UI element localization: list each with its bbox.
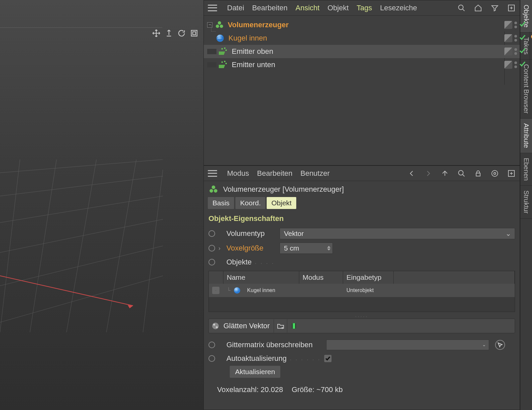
add-panel-icon[interactable] bbox=[507, 4, 516, 12]
object-tree[interactable]: − Volumenerzeuger Kugel innen bbox=[204, 16, 520, 71]
prop-objekte: Objekte . . . . bbox=[204, 256, 520, 269]
record-icon[interactable] bbox=[490, 169, 499, 178]
hamburger-icon[interactable] bbox=[208, 170, 217, 177]
col-eingabetyp[interactable]: Eingabetyp bbox=[343, 271, 394, 284]
col-name[interactable]: Name bbox=[223, 271, 299, 284]
col-modus[interactable]: Modus bbox=[299, 271, 343, 284]
nav-back-icon[interactable] bbox=[407, 169, 416, 178]
rotate-icon[interactable] bbox=[177, 29, 186, 38]
svg-line-4 bbox=[0, 196, 163, 223]
search-icon[interactable] bbox=[457, 169, 466, 178]
gittermatrix-link-field[interactable]: ⌄ bbox=[326, 340, 489, 350]
tree-row-kugel-innen[interactable]: Kugel innen bbox=[204, 32, 520, 45]
svg-rect-42 bbox=[295, 323, 296, 329]
tree-row-emitter-unten[interactable]: Emitter unten bbox=[204, 58, 520, 71]
layer-tag-icon[interactable] bbox=[504, 48, 512, 55]
layer-tag-icon[interactable] bbox=[504, 34, 512, 42]
visibility-dots-icon[interactable] bbox=[514, 35, 517, 42]
tab-basis[interactable]: Basis bbox=[208, 197, 234, 209]
object-manager-panel: Datei Bearbeiten Ansicht Objekt Tags Les… bbox=[203, 0, 520, 165]
attribute-panel: Modus Bearbeiten Benutzer Volumenerzeuge… bbox=[203, 165, 520, 410]
menu-bearbeiten[interactable]: Bearbeiten bbox=[252, 4, 287, 12]
sidetab-ebenen[interactable]: Ebenen bbox=[520, 153, 532, 186]
menu-benutzer[interactable]: Benutzer bbox=[300, 169, 330, 178]
spinner-icon[interactable] bbox=[327, 246, 331, 251]
volumentyp-dropdown[interactable]: Vektor ⌄ bbox=[280, 228, 515, 239]
svg-point-26 bbox=[224, 61, 225, 62]
svg-point-30 bbox=[492, 170, 498, 176]
voxelgroesse-input[interactable]: 5 cm bbox=[280, 243, 333, 254]
menu-tags[interactable]: Tags bbox=[357, 4, 372, 12]
row-checkbox[interactable] bbox=[212, 287, 219, 294]
search-icon[interactable] bbox=[457, 4, 466, 12]
tab-koord[interactable]: Koord. bbox=[235, 197, 265, 209]
aktualisieren-button[interactable]: Aktualisieren bbox=[230, 366, 280, 378]
expand-arrow-icon[interactable]: › bbox=[218, 245, 223, 252]
picker-icon[interactable] bbox=[495, 340, 505, 350]
menu-ansicht[interactable]: Ansicht bbox=[296, 4, 320, 12]
lock-icon[interactable] bbox=[474, 169, 482, 178]
menu-objekt[interactable]: Objekt bbox=[328, 4, 349, 12]
layer-tag-icon[interactable] bbox=[504, 21, 512, 29]
keyframe-toggle[interactable] bbox=[208, 355, 215, 362]
emitter-icon bbox=[218, 47, 228, 56]
table-row-empty[interactable] bbox=[209, 297, 515, 312]
menu-modus[interactable]: Modus bbox=[227, 169, 249, 178]
svg-line-5 bbox=[0, 219, 163, 253]
filter-icon[interactable] bbox=[490, 4, 499, 12]
add-folder-icon[interactable] bbox=[274, 319, 287, 333]
film-icon[interactable] bbox=[287, 319, 300, 333]
svg-line-2 bbox=[0, 159, 163, 173]
sidetab-struktur[interactable]: Struktur bbox=[520, 186, 532, 219]
tree-item-label[interactable]: Emitter unten bbox=[232, 60, 275, 69]
emitter-icon bbox=[218, 60, 228, 70]
viewport-3d[interactable] bbox=[0, 0, 203, 410]
status-groesse: Größe: ~700 kb bbox=[292, 385, 342, 394]
cell-name: Kugel innen bbox=[247, 287, 275, 293]
cell-type: Unterobjekt bbox=[343, 287, 394, 293]
nav-forward-icon[interactable] bbox=[424, 169, 433, 178]
visibility-dots-icon[interactable] bbox=[514, 48, 517, 55]
tree-item-label[interactable]: Emitter oben bbox=[232, 47, 273, 56]
keyframe-toggle[interactable] bbox=[208, 230, 215, 237]
prop-label: Gittermatrix überschreiben bbox=[226, 341, 323, 349]
tree-row-volumenerzeuger[interactable]: − Volumenerzeuger bbox=[204, 18, 520, 32]
keyframe-toggle[interactable] bbox=[208, 342, 215, 348]
visibility-dots-icon[interactable] bbox=[514, 61, 517, 68]
svg-rect-41 bbox=[292, 323, 293, 329]
tree-item-label[interactable]: Volumenerzeuger bbox=[228, 21, 289, 29]
table-row[interactable]: └ Kugel innen Unterobjekt bbox=[209, 284, 515, 297]
enable-check-icon[interactable] bbox=[519, 47, 526, 56]
status-line: Voxelanzahl: 20.028 Größe: ~700 kb bbox=[204, 379, 520, 397]
visibility-dots-icon[interactable] bbox=[514, 22, 517, 28]
add-panel-icon[interactable] bbox=[507, 169, 516, 178]
svg-rect-24 bbox=[219, 65, 225, 68]
enable-check-icon[interactable] bbox=[519, 34, 526, 43]
menu-bearbeiten[interactable]: Bearbeiten bbox=[257, 169, 292, 178]
enable-check-icon[interactable] bbox=[519, 21, 526, 29]
keyframe-toggle[interactable] bbox=[208, 245, 215, 252]
hamburger-icon[interactable] bbox=[208, 5, 217, 11]
lift-icon[interactable] bbox=[164, 29, 174, 38]
svg-rect-1 bbox=[193, 32, 196, 35]
tree-item-label[interactable]: Kugel innen bbox=[228, 34, 267, 43]
menu-datei[interactable]: Datei bbox=[227, 4, 244, 12]
tree-row-emitter-oben[interactable]: Emitter oben bbox=[204, 45, 520, 58]
menu-lesezeiche[interactable]: Lesezeiche bbox=[380, 4, 417, 12]
keyframe-toggle[interactable] bbox=[208, 259, 215, 265]
layer-tag-icon[interactable] bbox=[504, 61, 512, 69]
svg-point-28 bbox=[459, 170, 463, 175]
table-resize-handle[interactable]: ..... bbox=[204, 313, 520, 316]
home-icon[interactable] bbox=[474, 4, 482, 12]
nav-up-icon[interactable] bbox=[441, 169, 449, 178]
svg-line-3 bbox=[0, 176, 163, 196]
sidetab-attribute[interactable]: Attribute bbox=[520, 119, 532, 153]
svg-point-22 bbox=[224, 48, 225, 49]
frame-icon[interactable] bbox=[190, 29, 199, 38]
move-icon[interactable] bbox=[152, 29, 161, 38]
tab-objekt[interactable]: Objekt bbox=[267, 197, 296, 209]
autoaktual-checkbox[interactable] bbox=[324, 355, 332, 362]
svg-rect-20 bbox=[219, 51, 225, 55]
svg-point-15 bbox=[218, 21, 221, 25]
enable-check-icon[interactable] bbox=[519, 60, 526, 69]
